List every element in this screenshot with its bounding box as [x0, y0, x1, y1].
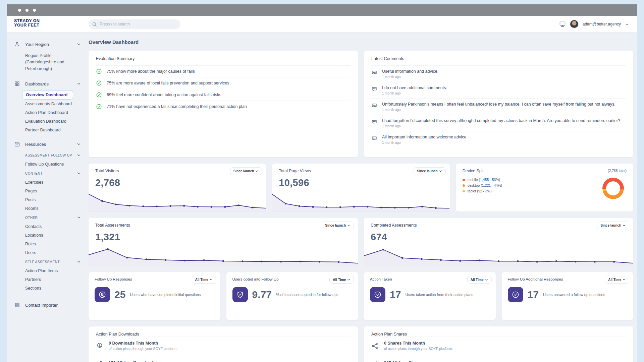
- stat-value: 17: [528, 289, 539, 300]
- sidebar-item[interactable]: Action Plan Items: [25, 266, 81, 275]
- sidebar-section-your-region[interactable]: Your Region: [14, 39, 81, 49]
- card-title: Follow Up Additional Responses: [508, 277, 575, 281]
- logo-line2: YOUR FEET: [14, 23, 40, 27]
- sidebar-item[interactable]: ASSESSMENT FOLLOW UP: [25, 150, 81, 160]
- stat-heading: 149 All-time Shares: [384, 360, 423, 362]
- legend-dot: [463, 179, 465, 181]
- comment-bubble-icon: [371, 70, 377, 79]
- sidebar-item-label: Pages: [25, 189, 37, 193]
- downloads-this-month-row: 0 Downloads This Month of action plans t…: [96, 337, 351, 355]
- sidebar-item[interactable]: Sections: [25, 284, 81, 293]
- sidebar-item[interactable]: Exercises: [25, 178, 81, 187]
- sidebar-item[interactable]: Action Plan Dashboard: [25, 108, 81, 117]
- comment-time: 1 month ago: [382, 141, 467, 144]
- legend-dot: [463, 190, 465, 192]
- evaluation-item: 69% feel more confident about taking act…: [96, 89, 351, 101]
- sidebar-section-dashboards[interactable]: Dashboards: [14, 79, 81, 89]
- filter-dropdown[interactable]: Since launch: [322, 222, 354, 229]
- chevron-down-icon[interactable]: [625, 22, 629, 26]
- stat-value: 9.77: [252, 289, 272, 300]
- sidebar-item-label: Contacts: [25, 224, 42, 229]
- filter-dropdown[interactable]: All Time: [467, 276, 492, 284]
- window-dot[interactable]: [18, 9, 21, 12]
- stat-description: Users taken action from their action pla…: [405, 293, 473, 297]
- total-visitors-card: Total Visitors Since launch 2,768: [89, 164, 266, 212]
- grid-icon: [14, 81, 20, 87]
- sidebar-item-label: Partners: [25, 277, 41, 282]
- legend-label: desktop (1,221 - 44%): [468, 183, 502, 187]
- search-input[interactable]: [100, 22, 177, 26]
- evaluation-item: 75% are more aware of local falls preven…: [96, 77, 351, 89]
- sidebar-item-contact-importer[interactable]: Contact Importer: [14, 302, 89, 308]
- card-title: Users opted into Follow Up: [232, 277, 300, 281]
- chevron-down-icon: [485, 278, 488, 282]
- sidebar-item-label: Rooms: [25, 206, 39, 211]
- sparkline-chart: [89, 193, 266, 212]
- sidebar-item[interactable]: OTHER: [25, 213, 81, 222]
- stat-value: 2,768: [95, 177, 259, 188]
- user-email: adam@better.agency: [583, 22, 621, 26]
- sidebar-item[interactable]: Contacts: [25, 222, 81, 231]
- sparkline-chart: [272, 193, 449, 212]
- sidebar-section-label: Dashboards: [25, 81, 49, 86]
- device-split-total: (2,768 total): [608, 169, 627, 173]
- monitor-icon[interactable]: [559, 21, 566, 27]
- chevron-down-icon: [76, 215, 81, 220]
- filter-dropdown[interactable]: All Time: [329, 276, 354, 284]
- sidebar-item[interactable]: Roles: [25, 240, 81, 248]
- sidebar-item[interactable]: Partners: [25, 275, 81, 284]
- user-avatar[interactable]: [570, 20, 579, 28]
- card-title: Follow Up Responses: [95, 277, 162, 281]
- sidebar-item[interactable]: Rooms: [25, 204, 81, 213]
- stat-heading: 0 Shares This Month: [384, 341, 453, 346]
- evaluation-item-text: 71% have not experienced a fall since co…: [107, 104, 247, 109]
- legend-row: mobile (1,455 - 53%): [463, 178, 627, 182]
- stat-subtext: of action plans through your SOYF platfo…: [384, 347, 453, 351]
- sidebar-section-label: Resources: [25, 142, 46, 147]
- sidebar-item[interactable]: Locations: [25, 231, 81, 240]
- sidebar-item[interactable]: Pages: [25, 187, 81, 195]
- sidebar-item[interactable]: Assessments Dashboard: [25, 100, 81, 108]
- sidebar-item[interactable]: Users: [25, 248, 81, 257]
- chevron-down-icon: [347, 278, 351, 282]
- all-time-downloads-row: 191 All-time Downloads: [96, 355, 351, 362]
- share-icon: [371, 342, 379, 350]
- search-bar[interactable]: [89, 19, 180, 29]
- window-dot[interactable]: [25, 9, 29, 12]
- window-titlebar: [7, 4, 637, 16]
- filter-dropdown[interactable]: Since launch: [230, 167, 262, 175]
- all-time-shares-row: 149 All-time Shares: [371, 355, 626, 362]
- sidebar-item[interactable]: CONTENT: [25, 169, 81, 178]
- server-icon: [14, 302, 20, 308]
- sidebar-item[interactable]: Evaluation Dashboard: [25, 117, 81, 126]
- comment-text: Useful information and advice.: [382, 69, 438, 74]
- check-circle-icon: [96, 104, 102, 110]
- sidebar-item[interactable]: Overview Dashboard: [22, 90, 73, 100]
- sparkline-chart: [89, 247, 358, 266]
- comment-item: Useful information and advice. 1 month a…: [371, 65, 626, 82]
- comment-bubble-icon: [371, 103, 377, 112]
- filter-dropdown[interactable]: Since launch: [597, 222, 629, 229]
- evaluation-item-text: 75% know more about the major causes of …: [107, 69, 195, 74]
- evaluation-item-text: 69% feel more confident about taking act…: [107, 93, 221, 97]
- comment-bubble-icon: [371, 119, 377, 128]
- window-dot[interactable]: [33, 9, 36, 12]
- sidebar-item[interactable]: Region Profile (Cambridgeshire and Peter…: [25, 51, 76, 74]
- archive-icon: [14, 141, 20, 147]
- sidebar-item-label: Action Plan Dashboard: [25, 110, 68, 115]
- chevron-down-icon: [439, 169, 442, 173]
- filter-dropdown[interactable]: Since launch: [414, 167, 446, 175]
- chevron-down-icon: [622, 278, 626, 282]
- legend-row: tablet (92 - 3%): [463, 189, 627, 193]
- sidebar-section-resources[interactable]: Resources: [14, 139, 81, 149]
- sidebar-item[interactable]: Partner Dashboard: [25, 126, 81, 134]
- sidebar-item[interactable]: SELF ASSESSMENT: [25, 257, 81, 266]
- sidebar-item[interactable]: Follow Up Questions: [25, 160, 81, 169]
- sidebar-item[interactable]: Posts: [25, 195, 81, 204]
- user-circle-icon: [95, 287, 110, 302]
- download-circle-icon: [96, 342, 103, 350]
- card-title: Action Plan Downloads: [96, 332, 351, 337]
- app-logo[interactable]: STEADY ON YOUR FEET: [14, 19, 40, 27]
- filter-dropdown[interactable]: All Time: [605, 276, 629, 284]
- filter-dropdown[interactable]: All Time: [192, 276, 216, 284]
